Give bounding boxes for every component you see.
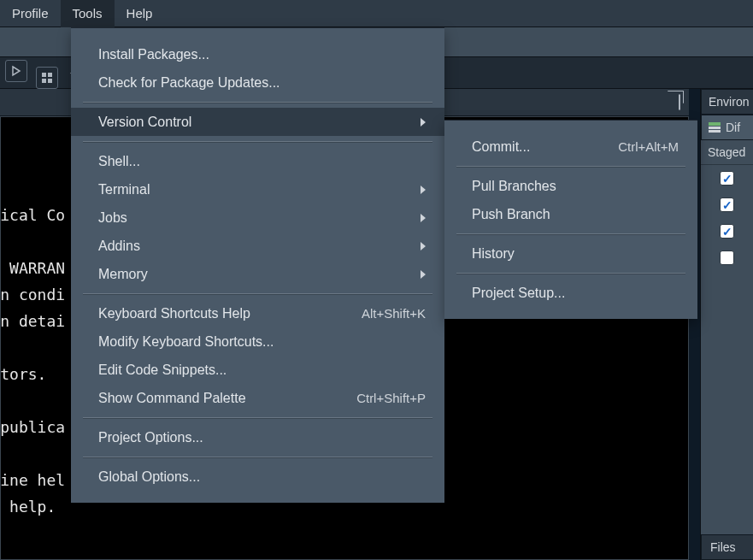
menu-profile-label: Profile — [12, 6, 49, 21]
menu-separator — [83, 141, 432, 142]
menu-item-label: Show Command Palette — [98, 391, 356, 406]
menu-separator — [83, 293, 432, 294]
menu-item-label: History — [472, 246, 679, 262]
staged-checkbox[interactable] — [720, 224, 734, 239]
menu-shell[interactable]: Shell... — [71, 147, 444, 175]
menu-item-label: Keyboard Shortcuts Help — [98, 306, 362, 321]
submenu-arrow-icon — [421, 118, 426, 127]
menu-item-label: Memory — [98, 267, 421, 282]
console-line: ical Co — [0, 206, 65, 224]
menu-vc-project-setup[interactable]: Project Setup... — [444, 279, 697, 307]
staged-row — [701, 165, 753, 192]
menu-item-label: Terminal — [98, 182, 421, 197]
menu-install-packages[interactable]: Install Packages... — [71, 40, 444, 68]
menu-separator — [456, 166, 685, 167]
menu-memory[interactable]: Memory — [71, 260, 444, 288]
staged-row — [701, 192, 753, 218]
source-navigation-icon[interactable] — [5, 60, 27, 82]
table-icon — [709, 122, 721, 133]
menu-profile[interactable]: Profile — [0, 0, 61, 27]
menu-bar: Profile Tools Help — [0, 0, 753, 27]
staged-checkbox[interactable] — [720, 251, 734, 265]
menu-item-label: Version Control — [98, 115, 421, 130]
console-rule: ------- — [0, 551, 65, 560]
menu-project-options[interactable]: Project Options... — [71, 423, 444, 451]
menu-separator — [83, 417, 432, 418]
staged-checkbox[interactable] — [720, 171, 734, 186]
tools-menu: Install Packages... Check for Package Up… — [71, 27, 444, 503]
console-line: n detai — [0, 312, 65, 330]
submenu-arrow-icon — [421, 186, 426, 194]
tab-environment[interactable]: Environ — [701, 89, 753, 115]
menu-global-options[interactable]: Global Options... — [71, 463, 444, 491]
menu-vc-history[interactable]: History — [444, 239, 697, 268]
menu-keyboard-shortcuts-help[interactable]: Keyboard Shortcuts HelpAlt+Shift+K — [71, 299, 444, 327]
console-line: WARRAN — [0, 259, 65, 277]
console-line: publica — [0, 418, 65, 436]
menu-help[interactable]: Help — [115, 0, 165, 27]
menu-vc-pull[interactable]: Pull Branches — [444, 172, 697, 200]
menu-command-palette[interactable]: Show Command PaletteCtrl+Shift+P — [71, 384, 444, 412]
tab-diff-label: Dif — [726, 121, 740, 134]
console-line: n condi — [0, 286, 65, 304]
console-line: help. — [0, 498, 56, 516]
menu-help-label: Help — [126, 6, 153, 21]
menu-accelerator: Alt+Shift+K — [362, 306, 426, 321]
menu-vc-push[interactable]: Push Branch — [444, 200, 697, 228]
menu-modify-keyboard-shortcuts[interactable]: Modify Keyboard Shortcuts... — [71, 327, 444, 356]
menu-item-label: Edit Code Snippets... — [98, 363, 426, 378]
menu-item-label: Shell... — [98, 154, 426, 169]
menu-item-label: Push Branch — [472, 207, 679, 222]
tab-environment-label: Environ — [709, 95, 749, 109]
submenu-arrow-icon — [421, 214, 426, 222]
right-panel: Environ Dif Staged Files — [700, 89, 753, 560]
menu-version-control[interactable]: Version Control — [71, 108, 444, 136]
console-line: tors. — [0, 365, 46, 383]
menu-edit-code-snippets[interactable]: Edit Code Snippets... — [71, 356, 444, 384]
menu-item-label: Modify Keyboard Shortcuts... — [98, 334, 426, 350]
menu-tools-label: Tools — [73, 6, 103, 21]
submenu-arrow-icon — [421, 270, 426, 279]
menu-item-label: Global Options... — [98, 469, 426, 485]
column-header-staged-label: Staged — [708, 145, 745, 159]
menu-accelerator: Ctrl+Alt+M — [618, 139, 679, 154]
menu-item-label: Check for Package Updates... — [98, 75, 426, 91]
menu-tools[interactable]: Tools — [61, 0, 115, 27]
menu-separator — [83, 102, 432, 103]
menu-jobs[interactable]: Jobs — [71, 203, 444, 232]
submenu-arrow-icon — [421, 242, 426, 251]
maximize-pane-icon[interactable] — [679, 95, 680, 109]
menu-item-label: Project Options... — [98, 430, 426, 445]
staged-checkbox[interactable] — [720, 197, 734, 212]
layout-grid-icon[interactable] — [36, 67, 58, 89]
menu-item-label: Jobs — [98, 210, 421, 226]
column-header-staged: Staged — [701, 140, 753, 165]
menu-accelerator: Ctrl+Shift+P — [356, 391, 426, 405]
tab-files[interactable]: Files — [701, 534, 753, 560]
menu-item-label: Install Packages... — [98, 47, 426, 62]
menu-separator — [83, 457, 432, 457]
menu-separator — [456, 233, 685, 234]
menu-check-updates[interactable]: Check for Package Updates... — [71, 68, 444, 97]
menu-addins[interactable]: Addins — [71, 232, 444, 260]
menu-separator — [456, 273, 685, 274]
menu-item-label: Commit... — [472, 139, 618, 155]
menu-item-label: Project Setup... — [472, 286, 679, 301]
menu-vc-commit[interactable]: Commit...Ctrl+Alt+M — [444, 133, 697, 161]
tab-diff[interactable]: Dif — [701, 115, 753, 140]
menu-item-label: Pull Branches — [472, 179, 679, 194]
staged-row — [701, 245, 753, 271]
console-line: ine hel — [0, 471, 65, 489]
menu-item-label: Addins — [98, 239, 421, 254]
staged-row — [701, 218, 753, 245]
version-control-submenu: Commit...Ctrl+Alt+M Pull Branches Push B… — [444, 120, 697, 319]
tab-files-label: Files — [710, 540, 736, 554]
menu-terminal[interactable]: Terminal — [71, 175, 444, 203]
